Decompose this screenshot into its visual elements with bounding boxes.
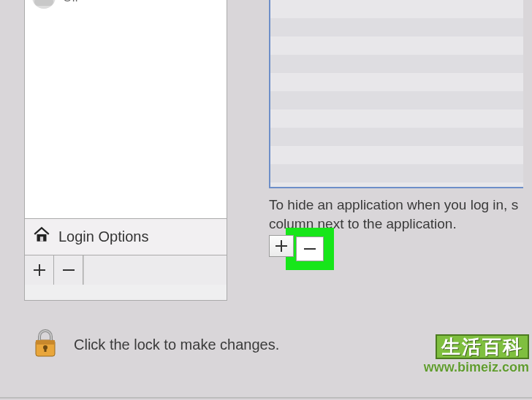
sidebar-buttons xyxy=(25,255,227,285)
avatar xyxy=(32,0,56,9)
lock-icon[interactable] xyxy=(33,328,58,361)
watermark-title: 生活百科 xyxy=(436,334,529,359)
lock-row: Click the lock to make changes. xyxy=(33,328,279,361)
minus-icon xyxy=(304,243,316,255)
svg-rect-3 xyxy=(36,340,55,345)
minus-icon xyxy=(63,264,75,276)
watermark: 生活百科 www.bimeiz.com xyxy=(424,334,529,374)
plus-icon xyxy=(34,264,45,276)
plus-icon xyxy=(276,240,287,252)
user-status-label: Off xyxy=(63,0,78,4)
remove-login-item-button[interactable] xyxy=(296,236,324,261)
lock-message: Click the lock to make changes. xyxy=(74,336,279,353)
login-items-list[interactable] xyxy=(269,0,523,188)
user-list[interactable]: Off xyxy=(25,0,227,219)
hint-line-1: To hide an application when you log in, … xyxy=(269,197,518,212)
svg-rect-5 xyxy=(45,347,47,352)
login-options-row[interactable]: Login Options xyxy=(25,219,227,255)
add-user-button[interactable] xyxy=(25,255,54,285)
user-row[interactable]: Off xyxy=(25,0,227,18)
house-icon xyxy=(32,226,51,248)
watermark-url: www.bimeiz.com xyxy=(424,361,529,374)
users-sidebar: Off Login Options xyxy=(24,0,227,301)
add-login-item-button[interactable] xyxy=(269,235,294,257)
list-background-stripes xyxy=(270,0,523,187)
remove-user-button[interactable] xyxy=(54,255,83,285)
bottom-rule xyxy=(0,397,532,399)
sidebar-spacer xyxy=(83,255,227,285)
login-items-buttons xyxy=(269,235,294,257)
svg-rect-1 xyxy=(40,236,43,242)
login-options-label: Login Options xyxy=(58,228,148,245)
